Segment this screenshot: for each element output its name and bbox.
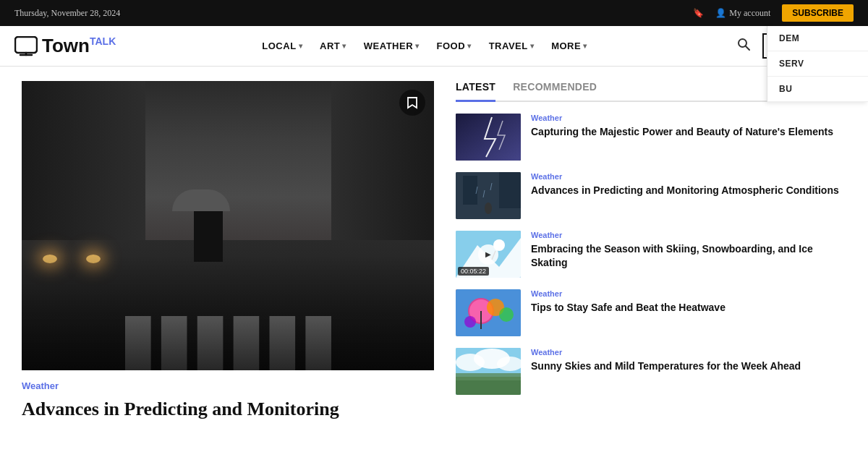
- hero-section: Weather Advances in Predicting and Monit…: [22, 81, 434, 422]
- svg-rect-4: [161, 316, 187, 370]
- svg-rect-0: [15, 37, 37, 53]
- svg-rect-12: [463, 176, 477, 205]
- article-item: Weather Advances in Predicting and Monit…: [456, 172, 846, 219]
- subscribe-button[interactable]: SUBSCRIBE: [782, 4, 854, 22]
- building-right: [331, 81, 435, 312]
- hero-bookmark-button[interactable]: [399, 90, 425, 116]
- video-duration: 00:05:22: [458, 267, 489, 276]
- nav-more[interactable]: MORE ▾: [544, 36, 595, 56]
- dropdown-item-bu[interactable]: BU: [767, 77, 868, 102]
- logo-icon: [14, 36, 38, 56]
- article-category: Weather: [531, 348, 846, 357]
- top-bar: Thursday, November 28, 2024 🔖 👤 My accou…: [0, 0, 868, 26]
- dropdown-item-dem[interactable]: DEM: [767, 26, 868, 51]
- chevron-down-icon: ▾: [467, 42, 472, 50]
- street-scene: [22, 81, 434, 370]
- search-button[interactable]: [733, 34, 754, 58]
- article-title[interactable]: Tips to Stay Safe and Beat the Heatwave: [531, 301, 846, 315]
- article-title[interactable]: Capturing the Majestic Power and Beauty …: [531, 125, 846, 139]
- bookmark-icon-top: 🔖: [693, 8, 704, 19]
- svg-rect-13: [499, 172, 521, 208]
- article-info: Weather Embracing the Season with Skiing…: [531, 231, 846, 270]
- walking-figure: [187, 197, 230, 298]
- car-light-2: [86, 255, 101, 263]
- svg-line-2: [746, 46, 749, 50]
- bookmark-icon: [407, 96, 418, 109]
- article-title[interactable]: Sunny Skies and Mild Temperatures for th…: [531, 359, 846, 373]
- dropdown-panel: DEM SERV BU: [767, 26, 868, 102]
- article-info: Weather Tips to Stay Safe and Beat the H…: [531, 289, 846, 315]
- logo[interactable]: TownTALK: [14, 35, 116, 57]
- nav-bar: TownTALK LOCAL ▾ ART ▾ WEATHER ▾ FOOD ▾ …: [0, 26, 868, 67]
- logo-text: TownTALK: [42, 35, 116, 57]
- tab-latest[interactable]: LATEST: [456, 81, 495, 102]
- svg-rect-8: [305, 316, 331, 370]
- rain-thumb-image: [456, 172, 521, 219]
- lightning-thumb-image: [456, 114, 521, 161]
- svg-rect-6: [233, 316, 259, 370]
- building-left: [22, 81, 145, 298]
- dropdown-item-serv[interactable]: SERV: [767, 51, 868, 77]
- svg-rect-5: [197, 316, 223, 370]
- nav-weather[interactable]: WEATHER ▾: [357, 36, 427, 56]
- umbrella-thumb-image: [456, 289, 521, 336]
- article-thumbnail[interactable]: ▶ 00:05:22: [456, 231, 521, 278]
- sidebar: LATEST RECOMMENDED: [456, 81, 846, 422]
- article-category: Weather: [531, 114, 846, 122]
- hero-image: [22, 81, 434, 370]
- date-label: Thursday, November 28, 2024: [14, 8, 120, 19]
- article-item: Weather Tips to Stay Safe and Beat the H…: [456, 289, 846, 336]
- article-thumbnail[interactable]: [456, 348, 521, 395]
- svg-point-28: [464, 316, 476, 328]
- main-content: Weather Advances in Predicting and Monit…: [7, 67, 861, 436]
- article-category: Weather: [531, 172, 846, 181]
- nav-travel[interactable]: TRAVEL ▾: [482, 36, 542, 56]
- nav-local[interactable]: LOCAL ▾: [255, 36, 310, 56]
- svg-rect-3: [125, 316, 151, 370]
- chevron-down-icon: ▾: [415, 42, 420, 50]
- play-button[interactable]: ▶: [478, 244, 498, 265]
- chevron-down-icon: ▾: [299, 42, 303, 50]
- article-info: Weather Advances in Predicting and Monit…: [531, 172, 846, 197]
- article-item: Weather Capturing the Majestic Power and…: [456, 114, 846, 161]
- article-item: Weather Sunny Skies and Mild Temperature…: [456, 348, 846, 395]
- article-title[interactable]: Advances in Predicting and Monitoring At…: [531, 184, 846, 197]
- article-category: Weather: [531, 231, 846, 239]
- car-light-1: [43, 255, 57, 263]
- hero-category: Weather: [22, 380, 434, 391]
- umbrella: [172, 189, 230, 211]
- svg-rect-31: [456, 373, 521, 380]
- crosswalk: [125, 298, 331, 370]
- article-thumbnail[interactable]: [456, 289, 521, 336]
- article-thumbnail[interactable]: [456, 172, 521, 219]
- chevron-down-icon: ▾: [583, 42, 587, 50]
- svg-point-27: [499, 307, 514, 322]
- svg-rect-7: [269, 316, 295, 370]
- top-bar-right: 🔖 👤 My account SUBSCRIBE: [693, 4, 854, 22]
- tab-recommended[interactable]: RECOMMENDED: [513, 81, 597, 102]
- sky-thumb-image: [456, 348, 521, 395]
- nav-art[interactable]: ART ▾: [312, 36, 354, 56]
- article-category: Weather: [531, 289, 846, 298]
- user-icon-top: 👤 My account: [715, 8, 770, 19]
- article-thumbnail[interactable]: [456, 114, 521, 161]
- street-floor: [22, 240, 434, 370]
- search-icon: [736, 37, 751, 51]
- svg-point-17: [485, 202, 492, 214]
- nav-links: LOCAL ▾ ART ▾ WEATHER ▾ FOOD ▾ TRAVEL ▾ …: [255, 36, 594, 56]
- car-lights: [43, 255, 101, 263]
- hero-title: Advances in Predicting and Monitoring: [22, 397, 434, 422]
- chevron-down-icon: ▾: [342, 42, 346, 50]
- article-item: ▶ 00:05:22 Weather Embracing the Season …: [456, 231, 846, 278]
- chevron-down-icon: ▾: [530, 42, 535, 50]
- nav-food[interactable]: FOOD ▾: [430, 36, 479, 56]
- article-info: Weather Capturing the Majestic Power and…: [531, 114, 846, 139]
- article-info: Weather Sunny Skies and Mild Temperature…: [531, 348, 846, 373]
- article-title[interactable]: Embracing the Season with Skiing, Snowbo…: [531, 242, 846, 270]
